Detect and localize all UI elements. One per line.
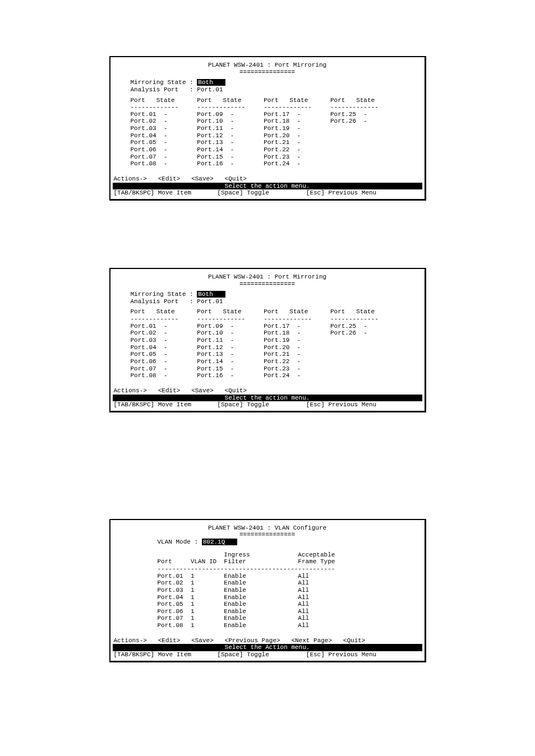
hint-space: [Space] Toggle (217, 651, 269, 658)
analysis-port-row: Analysis Port : Port.01 (113, 298, 422, 305)
port-table-rows: Port.01 - Port.09 - Port.17 - Port.25 - … (113, 323, 422, 379)
hint-tab: [TAB/BKSPC] Move Item (114, 189, 192, 196)
analysis-port-row: Analysis Port : Port.01 (113, 86, 422, 94)
analysis-port-value[interactable]: Port.01 (197, 298, 223, 305)
port-table-header: Port State Port State Port State Port St… (113, 97, 422, 104)
action-prev-page[interactable]: <Previous Page> (225, 637, 280, 644)
port-table-divider: ------------- ------------- ------------… (113, 104, 422, 111)
actions-label: Actions-> (114, 175, 147, 182)
hint-esc: [Esc] Previous Menu (306, 189, 376, 196)
terminal-port-mirroring-2: PLANET WSW-2401 : Port Mirroring =======… (109, 268, 426, 412)
status-bar: Select the Action menu. (113, 644, 422, 651)
actions-row: Actions-> <Edit> <Save> <Quit> (110, 175, 425, 183)
actions-label: Actions-> (114, 637, 147, 644)
vlan-divider: ----------------------------------------… (113, 565, 422, 573)
vlan-mode-value[interactable]: 802.1Q (202, 539, 237, 545)
analysis-port-value[interactable]: Port.01 (197, 86, 223, 93)
action-edit[interactable]: <Edit> (158, 387, 181, 394)
hint-line: [TAB/BKSPC] Move Item [Space] Toggle [Es… (110, 401, 425, 411)
action-edit[interactable]: <Edit> (158, 637, 181, 644)
port-table-header: Port State Port State Port State Port St… (113, 308, 422, 316)
page-title-underline: =============== (113, 69, 422, 76)
status-bar: Select the action menu. (113, 183, 422, 190)
terminal-vlan-configure: PLANET WSW-2401 : VLAN Configure =======… (109, 519, 426, 662)
page-title-underline: =============== (113, 531, 422, 539)
actions-row: Actions-> <Edit> <Save> <Previous Page> … (110, 637, 425, 644)
terminal-port-mirroring-1: PLANET WSW-2401 : Port Mirroring =======… (109, 56, 426, 201)
action-save[interactable]: <Save> (191, 387, 214, 394)
hint-esc: [Esc] Previous Menu (306, 651, 376, 658)
mirroring-state-label: Mirroring State : (131, 291, 197, 298)
vlan-mode-row: VLAN Mode : 802.1Q (113, 539, 422, 546)
page-title: PLANET WSW-2401 : Port Mirroring (113, 62, 422, 69)
action-quit[interactable]: <Quit> (225, 387, 247, 394)
hint-space: [Space] Toggle (217, 189, 269, 196)
action-save[interactable]: <Save> (191, 175, 214, 182)
hint-line: [TAB/BKSPC] Move Item [Space] Toggle [Es… (110, 651, 425, 661)
vlan-mode-label: VLAN Mode : (158, 539, 202, 545)
mirroring-state-value[interactable]: Both (197, 79, 225, 86)
action-edit[interactable]: <Edit> (158, 175, 181, 182)
action-next-page[interactable]: <Next Page> (291, 637, 332, 644)
vlan-table-rows: Port.01 1 Enable All Port.02 1 Enable Al… (113, 573, 422, 629)
mirroring-state-value[interactable]: Both (197, 291, 225, 298)
actions-label: Actions-> (114, 387, 147, 394)
hint-tab: [TAB/BKSPC] Move Item (114, 401, 192, 408)
hint-tab: [TAB/BKSPC] Move Item (114, 651, 192, 658)
action-quit[interactable]: <Quit> (225, 175, 247, 182)
hint-space: [Space] Toggle (217, 401, 269, 408)
mirroring-state-row: Mirroring State : Both (113, 291, 422, 298)
vlan-header-line1: Ingress Acceptable (113, 551, 422, 559)
mirroring-state-row: Mirroring State : Both (113, 79, 422, 86)
action-save[interactable]: <Save> (191, 637, 214, 644)
page-title: PLANET WSW-2401 : VLAN Configure (113, 525, 422, 532)
port-table-rows: Port.01 - Port.09 - Port.17 - Port.25 - … (113, 111, 422, 168)
port-table-divider: ------------- ------------- ------------… (113, 316, 422, 323)
analysis-port-label: Analysis Port : (131, 298, 197, 305)
mirroring-state-label: Mirroring State : (131, 79, 197, 86)
status-bar: Select the action menu. (113, 395, 422, 402)
page-title: PLANET WSW-2401 : Port Mirroring (113, 273, 422, 281)
vlan-header-line2: Port VLAN ID Filter Frame Type (113, 558, 422, 565)
analysis-port-label: Analysis Port : (131, 86, 197, 93)
hint-line: [TAB/BKSPC] Move Item [Space] Toggle [Es… (110, 189, 425, 199)
action-quit[interactable]: <Quit> (343, 637, 366, 644)
actions-row: Actions-> <Edit> <Save> <Quit> (110, 387, 425, 395)
page-title-underline: =============== (113, 281, 422, 288)
hint-esc: [Esc] Previous Menu (306, 401, 376, 408)
